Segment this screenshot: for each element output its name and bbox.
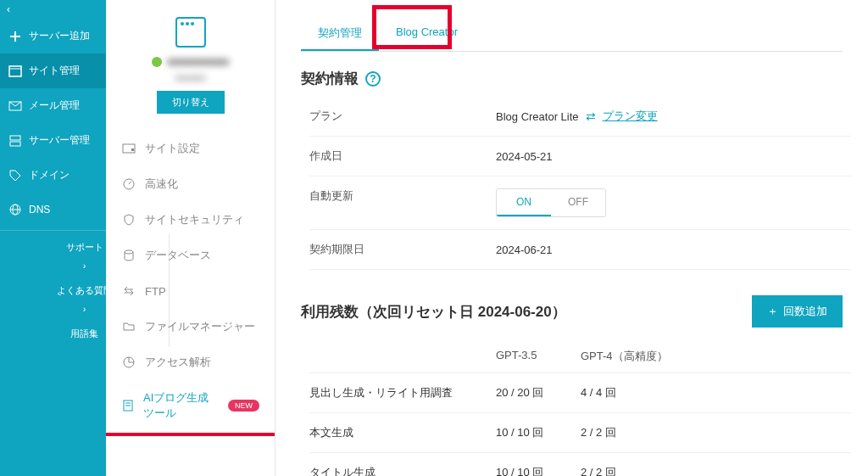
plus-icon	[8, 30, 22, 43]
tab-blog-creator[interactable]: Blog Creator	[379, 17, 475, 51]
usage-heading: 利用残数（次回リセット日 2024-06-20） ＋ 回数追加	[301, 295, 843, 328]
globe-icon	[8, 203, 22, 216]
submenu-filemanager[interactable]: ファイルマネージャー	[106, 309, 275, 344]
speed-icon	[121, 176, 136, 192]
toggle-off[interactable]: OFF	[551, 189, 605, 216]
nav-label: サーバー管理	[29, 133, 90, 148]
mail-icon	[8, 99, 22, 113]
submenu-analytics[interactable]: アクセス解析	[106, 344, 275, 380]
chevron-right-icon: ›	[83, 304, 86, 314]
nav-server-manage[interactable]: サーバー管理	[0, 123, 106, 158]
site-icon	[175, 17, 206, 48]
site-header: ■■■■■■■■■■ ■■■■■■ 切り替え	[106, 8, 275, 131]
svg-rect-9	[131, 148, 134, 151]
submenu-ftp[interactable]: FTP	[106, 273, 275, 309]
highlight-line	[106, 433, 275, 436]
nav-back[interactable]: ‹	[0, 0, 106, 19]
contract-title: 契約情報 ?	[301, 69, 843, 88]
power-icon	[152, 57, 162, 67]
tag-icon	[8, 169, 22, 182]
nav-label: サイト管理	[29, 64, 80, 78]
toggle-on[interactable]: ON	[497, 189, 551, 216]
submenu-security[interactable]: サイトセキュリティ	[106, 202, 275, 238]
chart-icon	[121, 355, 136, 370]
tab-contract[interactable]: 契約管理	[301, 17, 379, 51]
window-icon	[8, 64, 22, 78]
site-name: ■■■■■■■■■■	[123, 56, 258, 68]
switch-button[interactable]: 切り替え	[157, 91, 225, 114]
nav-site-manage[interactable]: サイト管理	[0, 53, 106, 88]
auto-renew-toggle[interactable]: ON OFF	[496, 188, 606, 217]
submenu-site-settings[interactable]: サイト設定	[106, 131, 275, 166]
swap-icon: ⇄	[586, 109, 596, 123]
add-count-button[interactable]: ＋ 回数追加	[752, 295, 843, 328]
nav-label: ドメイン	[29, 168, 70, 182]
settings-icon	[121, 141, 136, 156]
left-nav: ‹ サーバー追加 サイト管理 メール管理 サーバー管理 ドメイン DNS サポー…	[0, 0, 106, 476]
sub-sidebar: ■■■■■■■■■■ ■■■■■■ 切り替え サイト設定 高速化 サイトセキュリ…	[106, 0, 275, 476]
submenu-ai-blog[interactable]: AIブログ生成ツールNEW	[106, 380, 275, 431]
site-subname: ■■■■■■	[123, 73, 258, 82]
tabs: 契約管理 Blog Creator	[301, 17, 843, 52]
nav-server-add[interactable]: サーバー追加	[0, 19, 106, 53]
row-plan: プラン Blog Creator Lite ⇄ プラン変更	[309, 97, 851, 137]
divider	[0, 230, 106, 231]
usage-row: 見出し生成・リライト用調査 20 / 20 回 4 / 4 回	[309, 372, 851, 412]
nav-label: サーバー追加	[29, 29, 90, 43]
usage-table: GPT-3.5 GPT-4（高精度） 見出し生成・リライト用調査 20 / 20…	[309, 340, 851, 476]
svg-point-11	[125, 250, 133, 254]
svg-rect-3	[10, 136, 20, 140]
submenu-speed[interactable]: 高速化	[106, 166, 275, 202]
chevron-right-icon: ›	[83, 260, 86, 271]
help-icon[interactable]: ?	[365, 71, 381, 87]
nav-label: メール管理	[29, 98, 80, 113]
svg-rect-4	[10, 142, 20, 146]
server-icon	[8, 134, 22, 148]
document-icon	[121, 398, 135, 413]
new-badge: NEW	[228, 400, 259, 412]
plan-change-link[interactable]: プラン変更	[603, 109, 658, 124]
folder-icon	[121, 319, 136, 334]
main-content: 契約管理 Blog Creator 契約情報 ? プラン Blog Creato…	[275, 0, 868, 476]
shield-icon	[121, 212, 136, 227]
usage-row: タイトル生成 10 / 10 回 2 / 2 回	[309, 452, 851, 476]
nav-mail-manage[interactable]: メール管理	[0, 88, 106, 123]
nav-domain[interactable]: ドメイン	[0, 158, 106, 193]
contract-table: プラン Blog Creator Lite ⇄ プラン変更 作成日 2024-0…	[309, 97, 851, 270]
row-auto-renew: 自動更新 ON OFF	[309, 176, 851, 230]
ftp-icon	[121, 283, 136, 299]
row-expiry: 契約期限日 2024-06-21	[309, 230, 851, 270]
svg-rect-0	[9, 66, 21, 76]
usage-table-head: GPT-3.5 GPT-4（高精度）	[309, 340, 851, 372]
submenu-database[interactable]: データベース	[106, 238, 275, 273]
nav-label: DNS	[29, 204, 50, 216]
database-icon	[121, 248, 136, 263]
usage-title: 利用残数（次回リセット日 2024-06-20）	[301, 302, 566, 322]
plus-icon: ＋	[767, 304, 778, 319]
row-created: 作成日 2024-05-21	[309, 137, 851, 176]
nav-dns[interactable]: DNS	[0, 193, 106, 227]
usage-row: 本文生成 10 / 10 回 2 / 2 回	[309, 412, 851, 452]
